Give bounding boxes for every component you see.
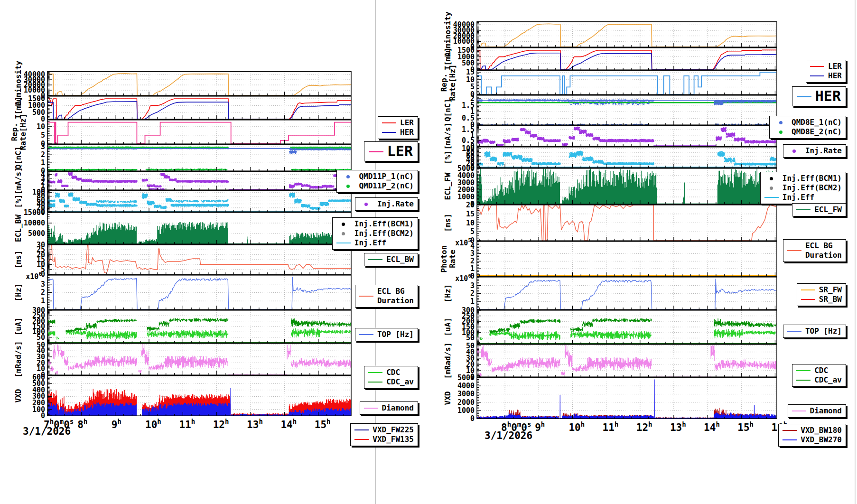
x-tick-label: 14h [704, 420, 720, 433]
legend-label: Inj.Eff(BCM2) [782, 183, 842, 193]
legend-reprate: HER [792, 86, 846, 106]
line-marker [336, 243, 351, 244]
legend-label: SR_BW [819, 295, 842, 304]
legend-entry: CDC [368, 368, 414, 377]
x-tick-label: 11h [179, 418, 195, 430]
legend-eclbw: ECL_BW [364, 253, 418, 266]
line-marker [796, 380, 810, 381]
x-tick-label: 15h [315, 418, 331, 430]
legend-entry: LER [382, 118, 414, 128]
y-axis-label: Rep. [10, 123, 19, 141]
legend-diamond: Diamond [360, 401, 418, 415]
panel-injrate: 1.510.50[mA/s] [428, 125, 782, 147]
legend-entry: ECL BGDuration [359, 287, 414, 306]
legend-injrate: Inj.Rate [783, 144, 846, 158]
legend-entry: HER [382, 128, 414, 137]
line-marker [354, 429, 369, 431]
legend-entry: CDC [796, 366, 842, 375]
legend-entry: Inj.Eff [336, 238, 414, 248]
line-marker [782, 430, 797, 431]
panel-eclbg: 302520151050[ms] [0, 244, 356, 275]
dot-marker [773, 121, 788, 124]
legend-label: VXD_BW270 [801, 435, 842, 445]
legend-entry: ECL BGDuration [787, 241, 842, 260]
panel-reprate: 1050Rep.Rate[Hz] [0, 120, 356, 144]
legend-vxd: VXD_BW180VXD_BW270 [778, 424, 846, 447]
panel-luminosity: 400003000020000100000Luminosity [428, 21, 782, 47]
x-tick-label: 8h [77, 418, 87, 430]
panel-current: 150010005000I[mA] [428, 47, 782, 70]
y-tick-label: 2 [41, 150, 45, 159]
legend-label: QMD8E_1(nC) [792, 118, 842, 127]
x-tick-label: 15h [737, 420, 754, 433]
legend-entry: Inj.Rate [359, 199, 414, 209]
panel-injrate: 43210[mA/s] [0, 171, 356, 190]
legend-entry: QMD11P_1(nC) [341, 172, 414, 181]
y-tick-label: 1 [41, 297, 45, 305]
y-tick-label: 4000 [457, 382, 475, 390]
legend-label: Inj.Rate [805, 146, 842, 156]
x-tick-label: 13h [670, 420, 686, 433]
legend-vxd: VXD_FW225VXD_FW135 [350, 423, 418, 446]
legend-entry: QMD11P_2(nC) [341, 181, 414, 191]
y-axis-label: [uA] [443, 318, 452, 336]
legend-entry: VXD_BW270 [782, 435, 842, 445]
legend-entry: VXD_FW225 [354, 425, 414, 435]
x-tick-label: 13h [247, 418, 263, 430]
legend-entry: VXD_BW180 [782, 426, 842, 435]
legend-label: ECL_FW [814, 205, 842, 215]
legend-entry: Inj.Rate [787, 146, 842, 156]
line-marker [764, 197, 779, 198]
legend-label: QMD8E_2(nC) [792, 127, 842, 137]
line-marker [368, 382, 382, 383]
y-axis-label: [%] [443, 150, 452, 164]
legend-label: VXD_BW180 [801, 426, 842, 435]
x-tick-label: 11h [603, 420, 619, 433]
legend-current: LERHER [378, 116, 418, 139]
legend-entry: SR_BW [801, 295, 842, 304]
axis-scale-label: x106 [26, 271, 42, 281]
legend-entry: TOP [Hz] [359, 330, 414, 339]
date-label-left: 3/1/2026 [23, 426, 71, 437]
y-tick-label: 3000 [457, 390, 475, 398]
line-marker [796, 209, 810, 211]
legend-label: TOP [Hz] [377, 330, 414, 339]
y-axis-label: [uA] [14, 317, 23, 336]
legend-label: QMD11P_1(nC) [359, 172, 414, 181]
legend-label: QMD11P_2(nC) [359, 181, 414, 191]
panel-charge: 21.510.50Q[nC] [428, 95, 782, 125]
legend-entry: HER [810, 71, 842, 81]
x-tick-label: 10h [145, 418, 161, 430]
y-axis-label: [Hz] [14, 283, 23, 302]
legend-label: Inj.Eff [782, 193, 814, 202]
legend-photon: SR_FWSR_BW [797, 283, 846, 306]
legend-charge: QMD11P_1(nC)QMD11P_2(nC) [336, 170, 418, 193]
y-axis-label: [mRad/s] [443, 342, 452, 379]
x-tick-label: 10h [568, 420, 585, 433]
y-tick-label: 5 [41, 131, 45, 140]
y-axis-label: [ms] [443, 214, 452, 232]
line-marker [354, 439, 369, 440]
line-marker [801, 289, 815, 291]
line-marker [782, 439, 797, 441]
legend-label: CDC_av [386, 377, 414, 387]
y-tick-label: 3 [470, 281, 475, 290]
line-marker [801, 299, 815, 300]
y-axis-label: [ms] [14, 251, 23, 269]
x-tick-label: 14h [280, 418, 297, 430]
panel-photon: 43210PhotonRatex105 [428, 241, 782, 277]
y-tick-label: 2 [41, 288, 45, 297]
line-marker [382, 122, 396, 124]
legend-label: HER [815, 87, 841, 105]
legend-entry: VXD_FW135 [354, 435, 414, 444]
panel-cdc: 30025020015010050[uA] [428, 310, 782, 344]
y-axis-label: ECL_BW [14, 215, 23, 242]
line-marker [787, 331, 801, 332]
legend-entry: Diamond [792, 406, 842, 416]
dot-marker [787, 149, 801, 153]
dot-marker [336, 223, 351, 226]
legend-cdc: CDCCDC_av [364, 366, 418, 389]
legend-current: LERHER [806, 60, 846, 83]
y-axis-label: [mA/s] [443, 122, 452, 150]
legend-cdc: CDCCDC_av [792, 364, 846, 387]
